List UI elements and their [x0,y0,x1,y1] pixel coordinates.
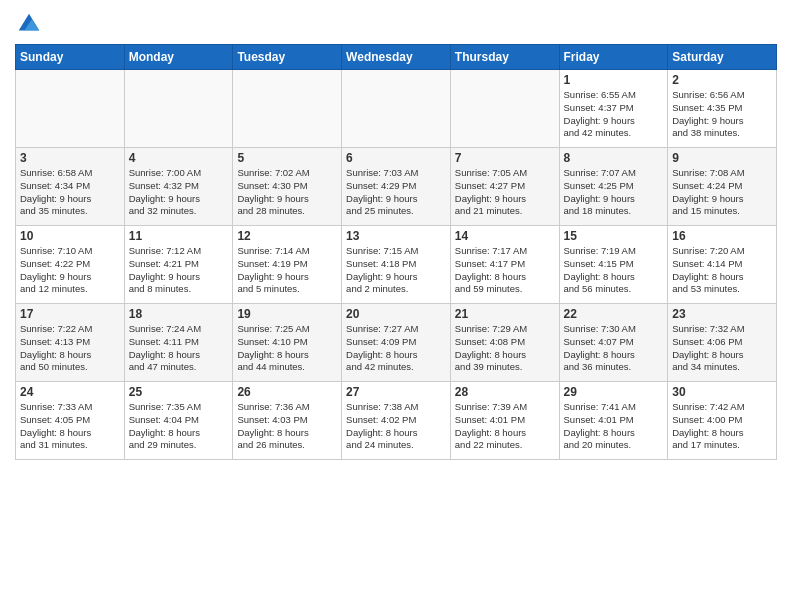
day-info: Sunrise: 7:36 AM Sunset: 4:03 PM Dayligh… [237,401,337,452]
day-info: Sunrise: 7:39 AM Sunset: 4:01 PM Dayligh… [455,401,555,452]
calendar-cell: 13Sunrise: 7:15 AM Sunset: 4:18 PM Dayli… [342,226,451,304]
day-number: 6 [346,151,446,165]
calendar-week-row: 17Sunrise: 7:22 AM Sunset: 4:13 PM Dayli… [16,304,777,382]
page-container: SundayMondayTuesdayWednesdayThursdayFrid… [0,0,792,612]
calendar-cell: 28Sunrise: 7:39 AM Sunset: 4:01 PM Dayli… [450,382,559,460]
calendar-week-row: 3Sunrise: 6:58 AM Sunset: 4:34 PM Daylig… [16,148,777,226]
calendar-cell: 21Sunrise: 7:29 AM Sunset: 4:08 PM Dayli… [450,304,559,382]
calendar-day-header: Wednesday [342,45,451,70]
calendar-cell: 9Sunrise: 7:08 AM Sunset: 4:24 PM Daylig… [668,148,777,226]
calendar-cell: 7Sunrise: 7:05 AM Sunset: 4:27 PM Daylig… [450,148,559,226]
calendar-week-row: 1Sunrise: 6:55 AM Sunset: 4:37 PM Daylig… [16,70,777,148]
day-info: Sunrise: 7:35 AM Sunset: 4:04 PM Dayligh… [129,401,229,452]
day-number: 15 [564,229,664,243]
day-number: 17 [20,307,120,321]
day-info: Sunrise: 7:29 AM Sunset: 4:08 PM Dayligh… [455,323,555,374]
calendar-cell: 8Sunrise: 7:07 AM Sunset: 4:25 PM Daylig… [559,148,668,226]
day-number: 29 [564,385,664,399]
day-number: 28 [455,385,555,399]
day-number: 10 [20,229,120,243]
day-number: 1 [564,73,664,87]
logo-icon [15,10,43,38]
day-number: 13 [346,229,446,243]
day-info: Sunrise: 7:03 AM Sunset: 4:29 PM Dayligh… [346,167,446,218]
day-info: Sunrise: 7:38 AM Sunset: 4:02 PM Dayligh… [346,401,446,452]
calendar-day-header: Monday [124,45,233,70]
calendar-table: SundayMondayTuesdayWednesdayThursdayFrid… [15,44,777,460]
day-number: 2 [672,73,772,87]
calendar-cell: 30Sunrise: 7:42 AM Sunset: 4:00 PM Dayli… [668,382,777,460]
day-number: 23 [672,307,772,321]
calendar-cell: 10Sunrise: 7:10 AM Sunset: 4:22 PM Dayli… [16,226,125,304]
day-info: Sunrise: 6:55 AM Sunset: 4:37 PM Dayligh… [564,89,664,140]
day-info: Sunrise: 7:19 AM Sunset: 4:15 PM Dayligh… [564,245,664,296]
day-number: 11 [129,229,229,243]
calendar-cell [124,70,233,148]
day-number: 20 [346,307,446,321]
calendar-cell: 12Sunrise: 7:14 AM Sunset: 4:19 PM Dayli… [233,226,342,304]
calendar-cell: 22Sunrise: 7:30 AM Sunset: 4:07 PM Dayli… [559,304,668,382]
calendar-cell: 17Sunrise: 7:22 AM Sunset: 4:13 PM Dayli… [16,304,125,382]
calendar-cell: 25Sunrise: 7:35 AM Sunset: 4:04 PM Dayli… [124,382,233,460]
day-info: Sunrise: 6:58 AM Sunset: 4:34 PM Dayligh… [20,167,120,218]
calendar-cell: 4Sunrise: 7:00 AM Sunset: 4:32 PM Daylig… [124,148,233,226]
day-info: Sunrise: 7:33 AM Sunset: 4:05 PM Dayligh… [20,401,120,452]
day-number: 21 [455,307,555,321]
day-info: Sunrise: 7:20 AM Sunset: 4:14 PM Dayligh… [672,245,772,296]
calendar-cell [342,70,451,148]
day-info: Sunrise: 7:24 AM Sunset: 4:11 PM Dayligh… [129,323,229,374]
day-number: 4 [129,151,229,165]
day-info: Sunrise: 7:41 AM Sunset: 4:01 PM Dayligh… [564,401,664,452]
calendar-cell: 5Sunrise: 7:02 AM Sunset: 4:30 PM Daylig… [233,148,342,226]
day-number: 30 [672,385,772,399]
calendar-week-row: 10Sunrise: 7:10 AM Sunset: 4:22 PM Dayli… [16,226,777,304]
day-info: Sunrise: 7:27 AM Sunset: 4:09 PM Dayligh… [346,323,446,374]
calendar-cell: 16Sunrise: 7:20 AM Sunset: 4:14 PM Dayli… [668,226,777,304]
calendar-week-row: 24Sunrise: 7:33 AM Sunset: 4:05 PM Dayli… [16,382,777,460]
day-number: 19 [237,307,337,321]
calendar-cell: 1Sunrise: 6:55 AM Sunset: 4:37 PM Daylig… [559,70,668,148]
day-info: Sunrise: 7:30 AM Sunset: 4:07 PM Dayligh… [564,323,664,374]
calendar-cell: 14Sunrise: 7:17 AM Sunset: 4:17 PM Dayli… [450,226,559,304]
calendar-cell: 20Sunrise: 7:27 AM Sunset: 4:09 PM Dayli… [342,304,451,382]
day-info: Sunrise: 7:14 AM Sunset: 4:19 PM Dayligh… [237,245,337,296]
day-number: 14 [455,229,555,243]
calendar-day-header: Saturday [668,45,777,70]
logo [15,10,45,38]
calendar-day-header: Tuesday [233,45,342,70]
day-number: 12 [237,229,337,243]
day-info: Sunrise: 6:56 AM Sunset: 4:35 PM Dayligh… [672,89,772,140]
calendar-cell: 18Sunrise: 7:24 AM Sunset: 4:11 PM Dayli… [124,304,233,382]
day-number: 22 [564,307,664,321]
day-info: Sunrise: 7:25 AM Sunset: 4:10 PM Dayligh… [237,323,337,374]
calendar-header-row: SundayMondayTuesdayWednesdayThursdayFrid… [16,45,777,70]
day-info: Sunrise: 7:22 AM Sunset: 4:13 PM Dayligh… [20,323,120,374]
day-number: 7 [455,151,555,165]
day-number: 16 [672,229,772,243]
day-info: Sunrise: 7:02 AM Sunset: 4:30 PM Dayligh… [237,167,337,218]
day-info: Sunrise: 7:12 AM Sunset: 4:21 PM Dayligh… [129,245,229,296]
calendar-cell: 24Sunrise: 7:33 AM Sunset: 4:05 PM Dayli… [16,382,125,460]
day-number: 18 [129,307,229,321]
calendar-cell [450,70,559,148]
day-info: Sunrise: 7:42 AM Sunset: 4:00 PM Dayligh… [672,401,772,452]
calendar-cell [233,70,342,148]
calendar-cell: 23Sunrise: 7:32 AM Sunset: 4:06 PM Dayli… [668,304,777,382]
calendar-cell: 2Sunrise: 6:56 AM Sunset: 4:35 PM Daylig… [668,70,777,148]
calendar-day-header: Sunday [16,45,125,70]
day-info: Sunrise: 7:08 AM Sunset: 4:24 PM Dayligh… [672,167,772,218]
calendar-cell: 6Sunrise: 7:03 AM Sunset: 4:29 PM Daylig… [342,148,451,226]
calendar-cell: 26Sunrise: 7:36 AM Sunset: 4:03 PM Dayli… [233,382,342,460]
day-number: 26 [237,385,337,399]
day-info: Sunrise: 7:10 AM Sunset: 4:22 PM Dayligh… [20,245,120,296]
day-info: Sunrise: 7:32 AM Sunset: 4:06 PM Dayligh… [672,323,772,374]
day-number: 5 [237,151,337,165]
day-number: 27 [346,385,446,399]
calendar-day-header: Friday [559,45,668,70]
day-number: 8 [564,151,664,165]
calendar-day-header: Thursday [450,45,559,70]
day-info: Sunrise: 7:05 AM Sunset: 4:27 PM Dayligh… [455,167,555,218]
day-number: 9 [672,151,772,165]
calendar-cell: 15Sunrise: 7:19 AM Sunset: 4:15 PM Dayli… [559,226,668,304]
day-info: Sunrise: 7:07 AM Sunset: 4:25 PM Dayligh… [564,167,664,218]
